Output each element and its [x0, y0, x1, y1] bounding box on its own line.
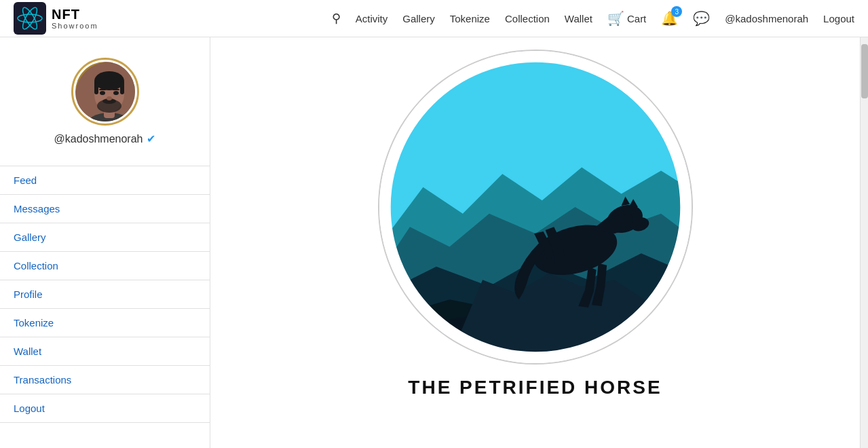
- logo-showroom-label: Showroom: [52, 22, 98, 30]
- sidebar-item-logout[interactable]: Logout: [0, 394, 210, 423]
- sidebar-username-area: @kadoshmenorah ✔︎: [54, 132, 156, 145]
- svg-rect-15: [99, 89, 106, 90]
- svg-rect-9: [94, 81, 98, 94]
- svg-rect-0: [14, 2, 46, 35]
- messages-icon[interactable]: 💬: [693, 10, 710, 26]
- verified-icon: ✔︎: [147, 132, 155, 145]
- logo-text: NFT Showroom: [52, 7, 98, 30]
- content-area: THE PETRIFIED HORSE: [210, 37, 860, 448]
- svg-rect-16: [113, 89, 119, 90]
- logo-area: NFT Showroom: [14, 2, 149, 35]
- sidebar-item-gallery[interactable]: Gallery: [0, 223, 210, 252]
- sidebar-item-collection[interactable]: Collection: [0, 252, 210, 280]
- sidebar-item-wallet[interactable]: Wallet: [0, 337, 210, 366]
- nav-logout[interactable]: Logout: [823, 13, 854, 24]
- search-button[interactable]: ⚲: [332, 11, 341, 26]
- nav-wallet[interactable]: Wallet: [565, 13, 592, 24]
- nav-collection[interactable]: Collection: [505, 13, 550, 24]
- nav-activity[interactable]: Activity: [356, 13, 388, 24]
- sidebar-item-transactions[interactable]: Transactions: [0, 366, 210, 394]
- scrollbar-track[interactable]: [860, 37, 868, 448]
- main-header: NFT Showroom ⚲ Activity Gallery Tokenize…: [0, 0, 868, 37]
- logo-nft-label: NFT: [52, 7, 98, 22]
- nft-title: THE PETRIFIED HORSE: [408, 377, 662, 398]
- logo-icon: [14, 2, 46, 35]
- nft-image-container: [379, 51, 692, 363]
- svg-point-13: [100, 91, 105, 95]
- nft-artwork: [379, 51, 692, 363]
- main-layout: @kadoshmenorah ✔︎ Feed Messages Gallery …: [0, 37, 868, 448]
- sidebar-item-tokenize[interactable]: Tokenize: [0, 309, 210, 337]
- cart-button[interactable]: 🛒 Cart: [607, 10, 646, 26]
- svg-point-14: [113, 91, 119, 95]
- sidebar: @kadoshmenorah ✔︎ Feed Messages Gallery …: [0, 37, 210, 448]
- sidebar-username: @kadoshmenorah: [54, 133, 143, 145]
- sidebar-item-feed[interactable]: Feed: [0, 166, 210, 195]
- cart-label: Cart: [627, 13, 646, 24]
- sidebar-nav: Feed Messages Gallery Collection Profile…: [0, 166, 210, 423]
- notifications-button[interactable]: 🔔 3: [661, 10, 678, 26]
- nav-tokenize[interactable]: Tokenize: [450, 13, 490, 24]
- avatar-ring: [71, 58, 139, 126]
- main-nav: ⚲ Activity Gallery Tokenize Collection W…: [149, 10, 854, 26]
- scrollbar-thumb[interactable]: [861, 44, 868, 98]
- avatar-area: @kadoshmenorah ✔︎: [0, 51, 210, 159]
- cart-icon: 🛒: [607, 10, 624, 26]
- sidebar-item-messages[interactable]: Messages: [0, 195, 210, 223]
- svg-point-8: [94, 71, 124, 90]
- svg-point-17: [107, 96, 112, 100]
- sidebar-item-profile[interactable]: Profile: [0, 280, 210, 309]
- notification-badge: 3: [671, 6, 682, 17]
- avatar: [75, 62, 135, 122]
- svg-rect-10: [120, 81, 124, 94]
- nav-gallery[interactable]: Gallery: [402, 13, 435, 24]
- nav-username[interactable]: @kadoshmenorah: [725, 13, 808, 24]
